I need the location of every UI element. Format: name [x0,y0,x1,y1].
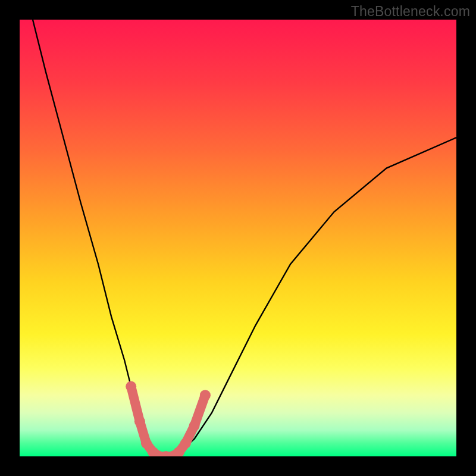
chart-plot-area [20,20,456,456]
highlight-dot [134,416,145,427]
highlight-dot [141,438,152,449]
highlight-dot [126,381,136,392]
curve-svg [20,20,456,456]
bottleneck-curve [33,20,456,456]
curve-path [33,20,456,456]
highlight-dot [189,421,200,431]
highlight-dot [200,390,211,400]
highlight-dot [180,438,191,449]
watermark-text: TheBottleneck.com [351,4,470,20]
chart-frame: TheBottleneck.com [0,0,476,476]
highlight-dots [126,381,211,456]
